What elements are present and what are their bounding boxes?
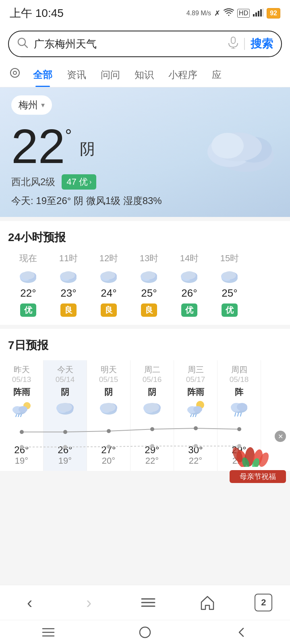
bottom-nav: ‹ › 2 — [0, 585, 290, 620]
day-weather-label: 阵雨 — [13, 386, 30, 398]
day-weather-label: 阴 — [104, 386, 113, 398]
svg-point-63 — [193, 406, 202, 413]
day-name: 今天 — [57, 364, 73, 375]
day-name: 昨天 — [14, 364, 30, 375]
svg-point-40 — [223, 271, 236, 279]
hourly-cloud-icon — [220, 268, 240, 283]
svg-point-24 — [62, 271, 75, 279]
svg-line-66 — [195, 415, 196, 417]
svg-rect-0 — [253, 14, 255, 17]
svg-point-20 — [22, 271, 35, 279]
sys-menu-btn[interactable] — [36, 624, 60, 640]
hourly-forecast-section: 24小时预报 现在 22° 优 11时 23° 良 12时 — [0, 221, 290, 325]
svg-line-6 — [25, 44, 28, 47]
tab-ask[interactable]: 问问 — [93, 61, 127, 87]
svg-point-32 — [143, 271, 155, 279]
weather-cloud-icon — [197, 120, 278, 172]
city-name: 梅州 — [19, 99, 38, 111]
hourly-cloud-icon — [99, 268, 119, 283]
search-query[interactable]: 广东梅州天气 — [34, 37, 222, 51]
day-date: 05/16 — [143, 375, 162, 384]
day-high-temp: 27° — [101, 444, 116, 456]
today-detail: 今天: 19至26° 阴 微风1级 湿度83% — [11, 194, 162, 207]
speed-indicator: 4.89 M/s — [186, 10, 211, 17]
status-time: 上午 10:45 — [10, 6, 64, 21]
tab-news[interactable]: 资讯 — [60, 61, 93, 87]
tab-all-icon[interactable] — [4, 61, 26, 87]
day-high-temp: 30° — [188, 444, 203, 456]
nav-tabs-btn[interactable]: 2 — [255, 594, 272, 611]
nav-forward-btn[interactable]: › — [77, 592, 101, 613]
day-low-temp: 22° — [189, 456, 202, 466]
aqi-value: 47 优 — [66, 176, 88, 188]
svg-point-36 — [183, 271, 196, 279]
day-low-temp: 22° — [145, 456, 159, 466]
svg-point-98 — [140, 627, 150, 638]
day-weather-icon — [11, 399, 33, 417]
temp-row: 22 ° 阴 — [11, 122, 162, 170]
day-date: 05/14 — [56, 375, 75, 384]
hour-aqi: 优 — [222, 303, 238, 317]
search-bar[interactable]: 广东梅州天气 搜索 — [8, 31, 282, 57]
hourly-item: 现在 22° 优 — [8, 252, 48, 317]
day-name: 周三 — [188, 364, 204, 375]
wifi-icon — [224, 8, 234, 19]
promo-label[interactable]: 母亲节祝福 — [230, 470, 286, 483]
float-promo[interactable]: ✕ 母亲节祝福 — [230, 431, 286, 483]
day-name: 周二 — [144, 364, 160, 375]
tab-miniapp[interactable]: 小程序 — [161, 61, 205, 87]
hourly-scroll[interactable]: 现在 22° 优 11时 23° 良 12时 24° — [8, 252, 282, 325]
hour-temp: 25° — [141, 287, 157, 299]
temp-block: 22 ° 阴 西北风2级 47 优 › 今天: 19至26° 阴 微风1级 湿度… — [11, 122, 162, 207]
day-weather-icon — [54, 399, 76, 417]
svg-point-28 — [102, 271, 115, 279]
bluetooth-icon: ✗ — [214, 9, 220, 18]
weekly-day-col: 昨天 05/13 阵雨 26° 19° — [0, 360, 44, 471]
hourly-title: 24小时预报 — [8, 230, 282, 245]
system-bar — [0, 620, 290, 644]
city-dropdown-icon: ▾ — [41, 101, 45, 109]
city-selector[interactable]: 梅州 ▾ — [11, 95, 52, 115]
svg-line-65 — [193, 415, 194, 417]
sys-back-btn[interactable] — [230, 624, 254, 640]
svg-rect-7 — [231, 37, 235, 43]
tab-more[interactable]: 应 — [205, 61, 229, 87]
hour-aqi: 优 — [181, 303, 197, 317]
hour-aqi: 优 — [20, 303, 36, 317]
day-weather-icon — [141, 399, 163, 417]
tab-all[interactable]: 全部 — [26, 61, 60, 87]
svg-point-11 — [13, 71, 17, 74]
mic-icon[interactable] — [228, 37, 238, 52]
svg-rect-4 — [263, 8, 263, 17]
svg-line-46 — [18, 415, 19, 417]
nav-back-btn[interactable]: ‹ — [18, 592, 42, 613]
svg-rect-3 — [260, 9, 262, 17]
hour-label: 13时 — [140, 252, 158, 264]
search-button[interactable]: 搜索 — [251, 36, 273, 52]
sys-home-btn[interactable] — [133, 624, 157, 640]
svg-line-47 — [21, 415, 21, 417]
svg-point-55 — [102, 403, 116, 412]
hour-temp: 25° — [222, 287, 237, 299]
status-icons: 4.89 M/s ✗ HD 92 — [186, 8, 280, 19]
svg-point-51 — [58, 403, 72, 412]
float-close-btn[interactable]: ✕ — [275, 431, 286, 442]
nav-home-btn[interactable] — [195, 592, 220, 613]
aqi-badge[interactable]: 47 优 › — [62, 174, 96, 190]
battery-indicator: 92 — [267, 8, 280, 19]
day-weather-label: 阴 — [61, 386, 69, 398]
search-divider — [244, 38, 245, 50]
hourly-cloud-icon — [18, 268, 38, 283]
hour-temp: 23° — [60, 287, 76, 299]
hd-icon: HD — [237, 9, 250, 18]
svg-point-44 — [19, 406, 27, 413]
hour-aqi: 良 — [141, 303, 157, 317]
day-name: 明天 — [101, 364, 117, 375]
day-weather-label: 阵雨 — [187, 386, 204, 398]
day-weather-icon — [228, 399, 250, 417]
wind-row: 西北风2级 47 优 › — [11, 174, 162, 190]
svg-line-70 — [235, 413, 236, 416]
hour-temp: 26° — [181, 287, 197, 299]
tab-knowledge[interactable]: 知识 — [127, 61, 161, 87]
nav-menu-btn[interactable] — [136, 592, 160, 613]
